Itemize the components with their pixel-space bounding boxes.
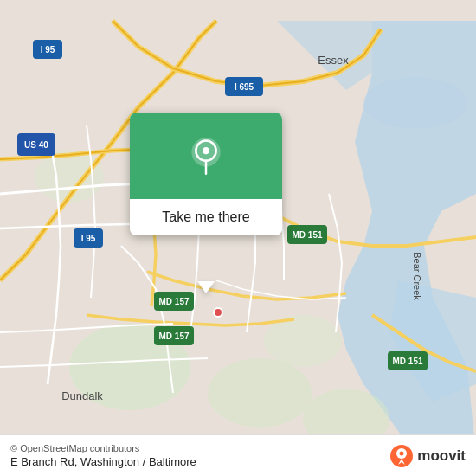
svg-point-28 [214,308,222,317]
moovit-logo: moovit [389,444,466,468]
svg-text:MD 151: MD 151 [392,357,422,366]
moovit-logo-text: moovit [417,447,466,465]
moovit-logo-icon [389,444,414,468]
svg-point-35 [400,451,404,455]
popup-green-header [130,113,282,199]
popup-card: Take me there [130,113,282,235]
map-background: I 95 I 95 I 695 US 40 MD 15 MD 151 MD 15… [0,0,476,476]
location-label: E Branch Rd, Washington / Baltimore [10,455,196,468]
popup-tail [197,281,215,293]
svg-text:I 95: I 95 [41,45,55,55]
svg-text:I 695: I 695 [235,82,254,92]
location-pin-icon [184,134,228,177]
svg-text:MD 151: MD 151 [292,230,322,240]
svg-point-31 [203,147,209,154]
svg-point-1 [363,77,467,129]
svg-point-3 [208,358,312,428]
svg-text:MD 157: MD 157 [158,331,189,341]
map-container: I 95 I 95 I 695 US 40 MD 15 MD 151 MD 15… [0,0,476,476]
bottom-bar: © OpenStreetMap contributors E Branch Rd… [0,434,476,476]
svg-text:Dundalk: Dundalk [61,389,103,402]
svg-text:Bear Creek: Bear Creek [412,252,422,300]
svg-text:MD 157: MD 157 [158,297,189,306]
svg-text:US 40: US 40 [24,140,48,150]
take-me-there-label: Take me there [162,209,249,225]
take-me-there-button[interactable]: Take me there [130,199,282,235]
svg-text:I 95: I 95 [81,234,96,243]
svg-text:Essex: Essex [318,54,349,67]
attribution-text: © OpenStreetMap contributors [10,443,196,453]
